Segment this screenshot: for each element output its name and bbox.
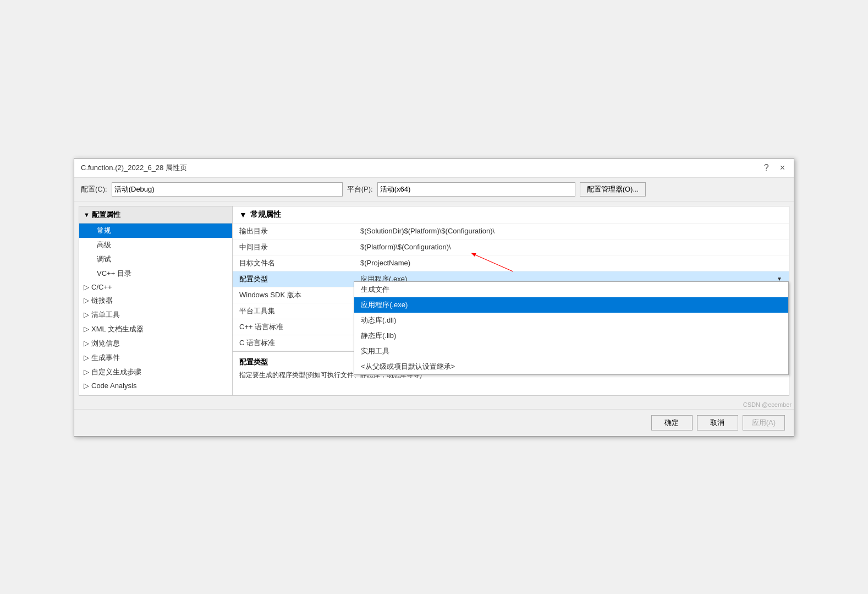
linker-label: 链接器: [91, 296, 113, 306]
tree-root-toggle[interactable]: ▼: [84, 211, 90, 218]
footer: 确定 取消 应用(A): [74, 409, 794, 436]
browse-label: 浏览信息: [91, 339, 120, 348]
tree-item-custom-build[interactable]: ▷ 自定义生成步骤: [79, 365, 232, 379]
build-events-toggle-icon: ▷: [84, 353, 89, 362]
tree-item-vcpp[interactable]: VC++ 目录: [79, 266, 232, 281]
dropdown-item-lib[interactable]: 静态库(.lib): [354, 328, 788, 344]
config-select[interactable]: 活动(Debug): [112, 182, 343, 197]
manifest-toggle-icon: ▷: [84, 310, 89, 319]
prop-name-cpp-std: C++ 语言标准: [233, 319, 354, 335]
section-title: 常规属性: [250, 210, 281, 220]
tree-item-cpp[interactable]: ▷ C/C++: [79, 281, 232, 293]
tree-item-linker[interactable]: ▷ 链接器: [79, 293, 232, 308]
build-events-label: 生成事件: [91, 353, 120, 363]
dropdown-item-inherit[interactable]: <从父级或项目默认设置继承>: [354, 359, 788, 374]
custom-build-label: 自定义生成步骤: [91, 367, 141, 377]
xml-label: XML 文档生成器: [91, 324, 144, 334]
prop-name-output: 输出目录: [233, 224, 354, 239]
prop-row-intermediate: 中间目录 $(Platform)\$(Configuration)\: [233, 239, 789, 255]
prop-value-intermediate[interactable]: $(Platform)\$(Configuration)\: [354, 239, 789, 255]
cancel-button[interactable]: 取消: [697, 415, 738, 430]
tree-item-code-analysis[interactable]: ▷ Code Analysis: [79, 379, 232, 392]
right-panel: ▼ 常规属性 输出目录 $(SolutionDir)$(Platform)\$(…: [233, 206, 789, 396]
prop-name-sdk: Windows SDK 版本: [233, 287, 354, 303]
code-analysis-toggle-icon: ▷: [84, 382, 89, 390]
browse-toggle-icon: ▷: [84, 339, 89, 347]
xml-toggle-icon: ▷: [84, 325, 89, 333]
platform-select-wrap: 活动(x64): [377, 182, 575, 197]
code-analysis-label: Code Analysis: [91, 382, 136, 390]
cpp-toggle-icon: ▷: [84, 283, 89, 291]
tree-item-manifest[interactable]: ▷ 清单工具: [79, 308, 232, 322]
close-button[interactable]: ×: [778, 163, 787, 173]
platform-select[interactable]: 活动(x64): [377, 182, 575, 197]
tree-header: ▼ 配置属性: [79, 206, 232, 224]
platform-label: 平台(P):: [347, 184, 373, 194]
dropdown-item-makefile[interactable]: 生成文件: [354, 282, 788, 297]
props-area: ▼ 常规属性 输出目录 $(SolutionDir)$(Platform)\$(…: [233, 206, 789, 351]
title-bar: C.function.(2)_2022_6_28 属性页 ? ×: [74, 159, 794, 178]
dropdown-item-exe[interactable]: 应用程序(.exe): [354, 297, 788, 313]
prop-row-target: 目标文件名 $(ProjectName): [233, 255, 789, 271]
cpp-label: C/C++: [91, 283, 112, 291]
dropdown-item-utility[interactable]: 实用工具: [354, 344, 788, 359]
manifest-label: 清单工具: [91, 310, 120, 320]
linker-toggle-icon: ▷: [84, 296, 89, 304]
window-title: C.function.(2)_2022_6_28 属性页: [81, 163, 187, 173]
title-buttons: ? ×: [762, 163, 787, 173]
tree-item-debug[interactable]: 调试: [79, 252, 232, 266]
tree-item-browse[interactable]: ▷ 浏览信息: [79, 336, 232, 351]
tree-root-label: 配置属性: [92, 210, 120, 220]
watermark: CSDN @ecember: [74, 400, 794, 409]
prop-value-output[interactable]: $(SolutionDir)$(Platform)\$(Configuratio…: [354, 224, 789, 239]
prop-name-c-std: C 语言标准: [233, 335, 354, 351]
tree-item-advanced[interactable]: 高级: [79, 238, 232, 252]
tree-item-build-events[interactable]: ▷ 生成事件: [79, 351, 232, 365]
prop-row-output: 输出目录 $(SolutionDir)$(Platform)\$(Configu…: [233, 224, 789, 239]
section-toggle: ▼: [239, 210, 247, 219]
prop-value-target[interactable]: $(ProjectName): [354, 255, 789, 271]
tree-item-xml[interactable]: ▷ XML 文档生成器: [79, 322, 232, 336]
help-button[interactable]: ?: [762, 163, 771, 173]
tree-item-general[interactable]: 常规: [79, 224, 232, 238]
apply-button[interactable]: 应用(A): [743, 415, 785, 430]
prop-name-intermediate: 中间目录: [233, 239, 354, 255]
props-section-header: ▼ 常规属性: [233, 206, 789, 224]
toolbar: 配置(C): 活动(Debug) 平台(P): 活动(x64) 配置管理器(O)…: [74, 178, 794, 201]
prop-name-target: 目标文件名: [233, 255, 354, 271]
config-select-wrap: 活动(Debug): [112, 182, 343, 197]
dialog-window: C.function.(2)_2022_6_28 属性页 ? × 配置(C): …: [74, 158, 794, 437]
prop-name-toolset: 平台工具集: [233, 303, 354, 319]
custom-build-toggle-icon: ▷: [84, 368, 89, 376]
config-type-dropdown: 生成文件 应用程序(.exe) 动态库(.dll) 静态库(.lib) 实用工具…: [354, 281, 789, 375]
dropdown-item-dll[interactable]: 动态库(.dll): [354, 313, 788, 328]
left-panel: ▼ 配置属性 常规 高级 调试 VC++ 目录 ▷ C/C++ ▷ 链接器 ▷ …: [79, 206, 233, 396]
config-manager-button[interactable]: 配置管理器(O)...: [580, 182, 646, 197]
prop-name-config-type: 配置类型: [233, 271, 354, 287]
config-label: 配置(C):: [81, 184, 107, 194]
main-content: ▼ 配置属性 常规 高级 调试 VC++ 目录 ▷ C/C++ ▷ 链接器 ▷ …: [74, 201, 794, 400]
ok-button[interactable]: 确定: [651, 415, 693, 430]
